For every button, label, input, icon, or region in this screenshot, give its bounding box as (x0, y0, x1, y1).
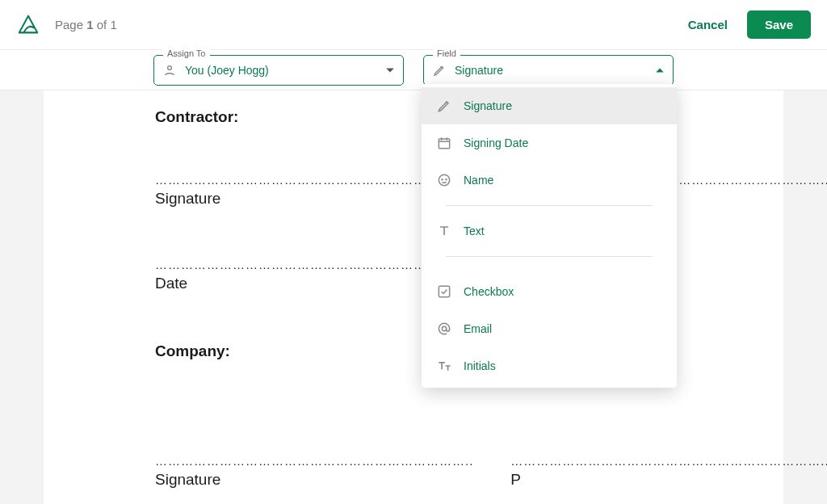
field-select[interactable]: Signature (423, 55, 674, 86)
svg-rect-5 (439, 286, 449, 296)
assign-to-value: You (Joey Hogg) (185, 64, 269, 77)
chevron-up-icon (655, 65, 665, 75)
topbar: Page 1 of 1 Cancel Save (0, 0, 827, 50)
dropdown-item-label: Signing Date (464, 136, 528, 149)
pencil-icon (432, 63, 447, 78)
signature-line: ……………………………………………………………….. (155, 454, 473, 468)
document-area: Contractor: ……………………………………………………………….. S… (0, 90, 827, 504)
save-button[interactable]: Save (747, 10, 811, 39)
assign-to-label: Assign To (163, 48, 210, 58)
topbar-actions: Cancel Save (688, 10, 811, 39)
dropdown-item-name[interactable]: Name (422, 162, 677, 199)
page-label-prefix: Page (55, 18, 86, 32)
dropdown-item-text[interactable]: Text (422, 212, 677, 250)
dropdown-item-email[interactable]: Email (422, 310, 677, 347)
face-icon (436, 172, 452, 188)
assign-to-select[interactable]: You (Joey Hogg) (153, 55, 404, 86)
svg-point-2 (439, 174, 449, 185)
person-icon (162, 63, 177, 78)
controls-row: Assign To You (Joey Hogg) Field Signatur… (0, 50, 827, 90)
dropdown-item-label: Initials (464, 359, 496, 372)
field-dropdown: Signature Signing Date Name Text Checkbo… (422, 84, 677, 388)
page-indicator: Page 1 of 1 (55, 18, 117, 32)
svg-rect-1 (439, 139, 449, 149)
pencil-icon (436, 98, 452, 114)
assign-to-wrap: Assign To You (Joey Hogg) (153, 55, 404, 86)
dropdown-item-label: Checkbox (464, 285, 514, 298)
dropdown-item-signature[interactable]: Signature (422, 87, 677, 124)
dropdown-item-label: Name (464, 174, 493, 187)
initials-icon (436, 358, 452, 374)
page-label-middle: of (94, 18, 111, 32)
dropdown-item-initials[interactable]: Initials (422, 347, 677, 384)
signature-line: ……………………………………………………………….. (510, 454, 827, 468)
app-logo-icon (16, 13, 40, 37)
dropdown-item-label: Signature (464, 99, 512, 112)
calendar-icon (436, 135, 452, 151)
svg-point-4 (446, 179, 447, 180)
at-icon (436, 321, 452, 337)
svg-point-0 (168, 65, 172, 69)
field-value: Signature (455, 64, 503, 77)
cancel-button[interactable]: Cancel (688, 18, 728, 32)
dropdown-item-label: Email (464, 322, 492, 335)
field-wrap: Field Signature (423, 55, 674, 86)
checkbox-icon (436, 284, 452, 300)
chevron-down-icon (385, 65, 395, 75)
dropdown-item-checkbox[interactable]: Checkbox (422, 273, 677, 310)
svg-point-3 (442, 179, 443, 180)
dropdown-item-label: Text (464, 225, 485, 237)
text-icon (436, 223, 452, 239)
field-label: Field (433, 48, 460, 58)
dropdown-divider (446, 256, 653, 257)
svg-point-6 (442, 326, 446, 330)
page-current: 1 (86, 18, 93, 32)
field-label-partial: P (510, 471, 827, 489)
dropdown-item-signing-date[interactable]: Signing Date (422, 124, 677, 162)
page-total: 1 (110, 18, 116, 32)
signature-field-label: Signature (155, 471, 473, 489)
dropdown-divider (446, 205, 653, 206)
